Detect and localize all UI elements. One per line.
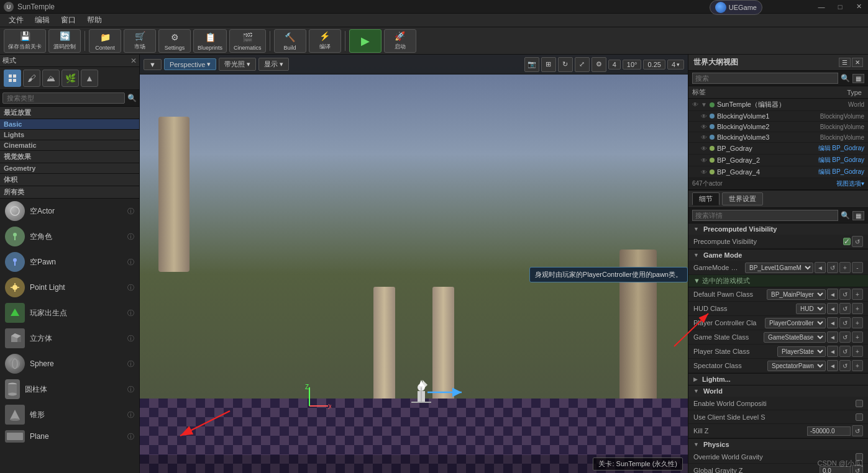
physics-section-header[interactable]: ▼ Physics bbox=[688, 439, 868, 450]
actor-item-emptychar[interactable]: 空角色 ⓘ bbox=[0, 224, 139, 250]
client-side-checkbox[interactable] bbox=[856, 413, 863, 421]
precompute-checkbox[interactable]: ✓ bbox=[843, 238, 851, 245]
menu-file[interactable]: 文件 bbox=[4, 14, 29, 27]
outliner-item-bpgodray[interactable]: 👁 BP_Godray 编辑 BP_Godray bbox=[688, 143, 868, 155]
cube-info[interactable]: ⓘ bbox=[127, 334, 134, 343]
world-section-header[interactable]: ▼ World bbox=[688, 385, 868, 397]
pointlight-info[interactable]: ⓘ bbox=[127, 283, 134, 292]
eye-icon5[interactable]: 👁 bbox=[701, 145, 707, 152]
pc-add-btn[interactable]: + bbox=[852, 317, 863, 328]
close-button[interactable]: ✕ bbox=[849, 0, 868, 14]
eye-icon6[interactable]: 👁 bbox=[701, 157, 707, 164]
uegame-badge[interactable]: UEGame bbox=[710, 0, 762, 15]
mode-geometry[interactable]: ▲ bbox=[81, 70, 98, 87]
spectator-class-select[interactable]: SpectatorPawn bbox=[767, 361, 826, 371]
actor-item-pointlight[interactable]: Point Light ⓘ bbox=[0, 275, 139, 300]
eye-icon[interactable]: 👁 bbox=[692, 101, 698, 108]
actor-item-sphere[interactable]: Sphere ⓘ bbox=[0, 351, 139, 377]
gamemode-reset-btn[interactable]: ↺ bbox=[827, 262, 838, 273]
plane-info[interactable]: ⓘ bbox=[127, 432, 134, 441]
actor-item-cube[interactable]: 立方体 ⓘ bbox=[0, 326, 139, 351]
psc-browse-btn[interactable]: ◄ bbox=[827, 346, 838, 357]
view-options-btn[interactable]: ⚙ bbox=[592, 57, 606, 72]
details-tab-details[interactable]: 细节 bbox=[692, 192, 720, 205]
pawn-add-btn[interactable]: + bbox=[852, 289, 863, 300]
gamemode-browse-btn[interactable]: ◄ bbox=[815, 262, 826, 273]
outliner-item-suntemple[interactable]: 👁 ▼ SunTemple（编辑器） World bbox=[688, 99, 868, 111]
details-view-btn[interactable]: ▦ bbox=[852, 211, 864, 220]
emptyactor-info[interactable]: ⓘ bbox=[127, 207, 134, 216]
details-search-input[interactable] bbox=[692, 210, 838, 221]
viewport-scene[interactable]: X Z bbox=[140, 55, 688, 473]
default-pawn-select[interactable]: BP_MainPlayer bbox=[767, 289, 826, 300]
toolbar-cinematics[interactable]: 🎬 Cinematics bbox=[229, 29, 266, 53]
pc-reset-btn[interactable]: ↺ bbox=[839, 317, 851, 328]
sc-add-btn[interactable]: + bbox=[852, 360, 863, 371]
toolbar-compile[interactable]: ⚡ 编译 bbox=[309, 29, 341, 53]
pc-browse-btn[interactable]: ◄ bbox=[827, 317, 838, 328]
section-volumes[interactable]: 体积 bbox=[0, 174, 139, 186]
grid-snap-btn[interactable]: ⊞ bbox=[541, 57, 556, 72]
eye-icon2[interactable]: 👁 bbox=[701, 113, 707, 120]
menu-edit[interactable]: 编辑 bbox=[30, 14, 55, 27]
killz-input[interactable] bbox=[807, 426, 851, 436]
sc-browse-btn[interactable]: ◄ bbox=[827, 360, 838, 371]
gsc-reset-btn[interactable]: ↺ bbox=[839, 331, 851, 343]
outliner-filter-btn[interactable]: ▦ bbox=[852, 74, 864, 83]
camera-btn[interactable]: 📷 bbox=[524, 57, 539, 72]
minimize-button[interactable]: — bbox=[812, 0, 831, 14]
toolbar-blueprints[interactable]: 📋 Blueprints bbox=[193, 29, 227, 53]
expand-icon[interactable]: ▼ bbox=[701, 101, 707, 108]
rotation-snap-btn[interactable]: ↻ bbox=[558, 57, 573, 72]
grid-value-btn[interactable]: 4▾ bbox=[667, 60, 684, 70]
actor-item-emptyactor[interactable]: 空Actor ⓘ bbox=[0, 199, 139, 224]
pawn-browse-btn[interactable]: ◄ bbox=[827, 289, 838, 300]
precompute-reset-btn[interactable]: ↺ bbox=[852, 236, 863, 247]
actor-item-cone[interactable]: 锥形 ⓘ bbox=[0, 402, 139, 428]
close-modes-icon[interactable]: ✕ bbox=[130, 56, 137, 65]
details-tab-world-settings[interactable]: 世界设置 bbox=[722, 192, 763, 205]
scale-snap-btn[interactable]: ⤢ bbox=[575, 57, 590, 72]
eye-icon4[interactable]: 👁 bbox=[701, 134, 707, 141]
psc-add-btn[interactable]: + bbox=[852, 346, 863, 357]
outliner-item-blockingvol2[interactable]: 👁 BlockingVolume2 BlockingVolume bbox=[688, 122, 868, 132]
outliner-item-blockingvol3[interactable]: 👁 BlockingVolume3 BlockingVolume bbox=[688, 132, 868, 143]
menu-window[interactable]: 窗口 bbox=[56, 14, 81, 27]
toolbar-launch[interactable]: 🚀 启动 bbox=[384, 29, 416, 53]
actor-item-cylinder[interactable]: 圆柱体 ⓘ bbox=[0, 377, 139, 402]
toolbar-content[interactable]: 📁 Content bbox=[89, 29, 121, 53]
eye-icon3[interactable]: 👁 bbox=[701, 124, 707, 130]
toolbar-settings[interactable]: ⚙ Settings bbox=[158, 29, 191, 53]
gamemode-override-select[interactable]: BP_Level1GameMode bbox=[745, 263, 813, 273]
hud-add-btn[interactable]: + bbox=[852, 303, 863, 314]
outliner-item-blockingvol1[interactable]: 👁 BlockingVolume1 BlockingVolume bbox=[688, 111, 868, 122]
gsc-add-btn[interactable]: + bbox=[852, 331, 863, 343]
actor-item-emptypawn[interactable]: 空Pawn ⓘ bbox=[0, 250, 139, 275]
outliner-view-btn[interactable]: ☰ bbox=[839, 58, 851, 67]
emptychar-info[interactable]: ⓘ bbox=[127, 232, 134, 241]
toolbar-marketplace[interactable]: 🛒 市场 bbox=[124, 29, 156, 53]
section-basic[interactable]: Basic bbox=[0, 119, 139, 130]
viewport-menu-btn[interactable]: ▼ bbox=[144, 59, 162, 70]
modes-search-input[interactable] bbox=[2, 92, 125, 104]
section-cinematic[interactable]: Cinematic bbox=[0, 140, 139, 151]
section-geometry[interactable]: Geometry bbox=[0, 163, 139, 174]
outliner-item-bpgodray2[interactable]: 👁 BP_Godray_2 编辑 BP_Godray bbox=[688, 155, 868, 166]
maximize-button[interactable]: □ bbox=[831, 0, 849, 14]
emptypawn-info[interactable]: ⓘ bbox=[127, 258, 134, 267]
mode-paint[interactable]: 🖌 bbox=[23, 70, 40, 87]
sphere-info[interactable]: ⓘ bbox=[127, 359, 134, 369]
pawn-reset-btn[interactable]: ↺ bbox=[839, 289, 851, 300]
player-state-class-select[interactable]: PlayerState bbox=[777, 346, 826, 357]
toolbar-play[interactable]: ▶ bbox=[349, 29, 381, 53]
lightmass-header[interactable]: ▶ Lightm... bbox=[688, 374, 868, 385]
player-controller-select[interactable]: PlayerController bbox=[765, 318, 826, 328]
psc-reset-btn[interactable]: ↺ bbox=[839, 346, 851, 357]
outliner-item-bpgodray4[interactable]: 👁 BP_Godray_4 编辑 BP_Godray bbox=[688, 166, 868, 178]
gsc-browse-btn[interactable]: ◄ bbox=[827, 331, 838, 343]
hud-reset-btn[interactable]: ↺ bbox=[839, 303, 851, 314]
lighting-btn[interactable]: 带光照 ▾ bbox=[219, 58, 256, 71]
sc-reset-btn[interactable]: ↺ bbox=[839, 360, 851, 371]
perspective-btn[interactable]: Perspective ▾ bbox=[164, 58, 216, 70]
show-btn[interactable]: 显示 ▾ bbox=[258, 58, 289, 71]
